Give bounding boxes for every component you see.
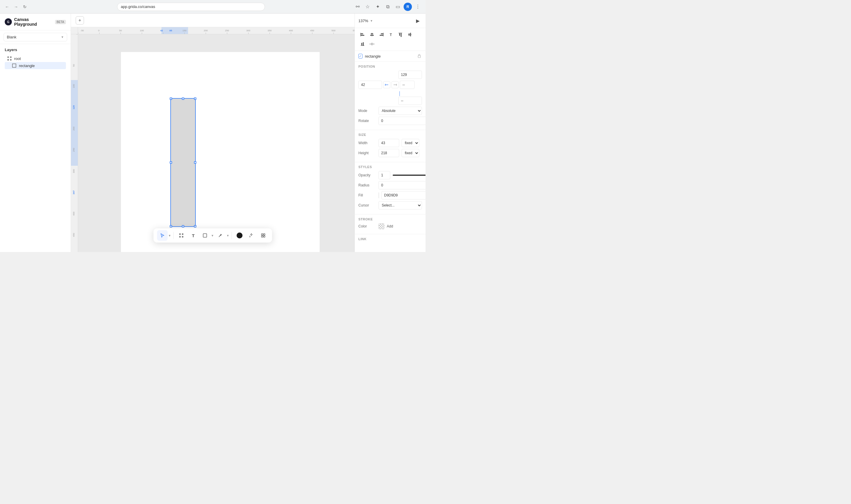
stroke-swatch[interactable] (379, 223, 384, 229)
handle-top-left[interactable] (170, 97, 172, 100)
puzzle-button[interactable]: ⧉ (383, 3, 392, 11)
frame-tool-button[interactable] (176, 230, 187, 241)
constraint-right-button[interactable] (392, 81, 399, 88)
handle-middle-right[interactable] (194, 161, 196, 164)
position-bottom-input[interactable] (398, 96, 422, 105)
forward-button[interactable]: → (13, 3, 19, 10)
zoom-control[interactable]: 137% ▼ (358, 19, 373, 23)
align-text-button[interactable]: T (387, 31, 395, 39)
height-mode-select[interactable]: fixed fill hug (402, 149, 419, 157)
color-picker-button[interactable] (234, 230, 245, 241)
svg-text:150: 150 (183, 29, 187, 32)
layer-item-rectangle[interactable]: rectangle (5, 62, 66, 69)
refresh-button[interactable]: ↻ (21, 3, 29, 10)
address-bar[interactable]: app.grida.co/canvas (117, 3, 265, 11)
template-select[interactable]: Blank ▼ (3, 33, 67, 41)
svg-text:100: 100 (140, 29, 144, 32)
handle-bottom-left[interactable] (170, 225, 172, 228)
align-distribute-button[interactable] (368, 40, 376, 48)
align-bottom-button[interactable] (358, 40, 367, 48)
height-input[interactable] (379, 149, 399, 157)
layer-visibility-checkbox[interactable]: ✓ (358, 54, 363, 58)
menu-button[interactable]: ⋮ (414, 3, 422, 11)
svg-rect-4 (13, 64, 16, 67)
select-dropdown-arrow[interactable]: ▼ (168, 234, 171, 237)
layer-name-input[interactable] (365, 54, 415, 58)
handle-top-right[interactable] (194, 97, 196, 100)
rotate-input[interactable] (379, 117, 426, 125)
mode-select[interactable]: Absolute Relative Fixed Sticky (379, 107, 422, 115)
browser-nav: ← → ↻ (3, 3, 29, 10)
pen-tool-button[interactable] (215, 230, 226, 241)
align-center-h-button[interactable] (368, 31, 376, 39)
extensions-button[interactable]: ⚯ (353, 3, 362, 11)
cursor-select[interactable]: Select... default pointer crosshair move… (379, 201, 422, 210)
width-label: Width (358, 141, 376, 145)
handle-top-center[interactable] (182, 97, 184, 100)
svg-text:250: 250 (225, 29, 229, 32)
select-tool-button[interactable] (157, 230, 168, 241)
svg-rect-76 (372, 43, 372, 45)
svg-text:300: 300 (72, 169, 75, 173)
canvas-viewport[interactable]: 43 × 218 (78, 34, 354, 252)
canvas-content: 43 × 218 (78, 34, 354, 252)
canvas-toolbar-bottom: ▼ T (154, 228, 272, 242)
svg-text:250: 250 (72, 148, 75, 152)
add-element-button[interactable]: + (76, 16, 84, 24)
opacity-slider-container (393, 175, 426, 176)
opacity-label: Opacity (358, 173, 376, 177)
ai-tool-button[interactable] (246, 230, 257, 241)
opacity-slider[interactable] (393, 175, 426, 176)
svg-text:42: 42 (160, 29, 163, 32)
svg-text:50: 50 (72, 64, 75, 67)
svg-text:50: 50 (119, 29, 122, 32)
styles-title: Styles (358, 165, 422, 169)
play-button[interactable]: ▶ (414, 17, 422, 25)
canvas-toolbar-top: + (71, 14, 354, 27)
svg-text:550: 550 (353, 29, 354, 32)
position-right-input[interactable] (400, 80, 415, 89)
handle-bottom-right[interactable] (194, 225, 196, 228)
profile-avatar[interactable]: R (404, 3, 412, 11)
desktop-button[interactable]: ▭ (394, 3, 402, 11)
rectangle-element[interactable]: 43 × 218 (170, 98, 196, 227)
select-tool-group: ▼ (157, 230, 171, 241)
stroke-add-label[interactable]: Add (387, 224, 393, 228)
svg-text:0: 0 (98, 29, 100, 32)
text-tool-button[interactable]: T (188, 230, 199, 241)
position-x-row (358, 80, 422, 89)
back-button[interactable]: ← (3, 3, 11, 10)
height-row: Height fixed fill hug (358, 149, 422, 157)
handle-middle-left[interactable] (170, 161, 172, 164)
align-right-button[interactable] (377, 31, 386, 39)
url-text: app.grida.co/canvas (121, 4, 155, 9)
align-top-button[interactable] (396, 31, 404, 39)
position-x-input[interactable] (358, 80, 382, 89)
shortcut-button[interactable] (258, 230, 268, 241)
star-button[interactable]: ☆ (363, 3, 372, 11)
layers-title: Layers (5, 48, 66, 52)
constraint-left-button[interactable] (383, 81, 390, 88)
opacity-input[interactable] (379, 171, 390, 179)
align-left-button[interactable] (358, 31, 367, 39)
layer-item-root[interactable]: root (5, 55, 66, 62)
handle-bottom-center[interactable] (182, 225, 184, 228)
fill-hex-input[interactable] (381, 191, 426, 199)
position-y-input[interactable] (398, 71, 422, 79)
sidebar-header: G Canvas Playground BETA (0, 14, 71, 31)
svg-rect-58 (361, 33, 361, 36)
align-center-v-button[interactable] (406, 31, 414, 39)
svg-text:400: 400 (72, 212, 75, 216)
svg-text:-50: -50 (81, 29, 84, 32)
fill-swatch[interactable] (379, 192, 379, 198)
sparkle-button[interactable]: ✦ (374, 3, 382, 11)
pen-dropdown-arrow[interactable]: ▼ (226, 234, 229, 237)
svg-rect-78 (418, 56, 420, 58)
width-mode-select[interactable]: fixed fill hug (402, 139, 419, 147)
radius-input[interactable] (379, 181, 426, 190)
lock-button[interactable] (417, 53, 422, 59)
width-input[interactable] (379, 139, 399, 147)
shape-tool-button[interactable] (200, 230, 210, 241)
shape-dropdown-arrow[interactable]: ▼ (211, 234, 214, 237)
svg-rect-53 (263, 234, 265, 235)
